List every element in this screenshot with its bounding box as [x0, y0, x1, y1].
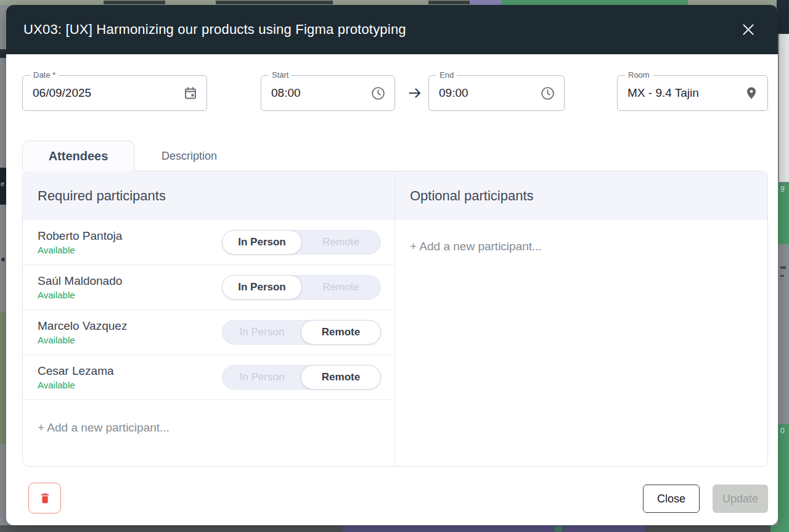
clock-icon[interactable]	[370, 86, 386, 101]
background-text-smudge	[104, 1, 165, 4]
optional-participants-header: Optional participants	[395, 171, 767, 220]
background-calendar-left-strip	[0, 5, 6, 532]
attendance-mode-toggle[interactable]: In Person Remote	[222, 275, 381, 300]
optional-participants-column: Optional participants + Add a new partic…	[395, 171, 767, 466]
background-dark-block	[777, 0, 789, 34]
background-text-smudge	[280, 1, 333, 4]
delete-event-button[interactable]	[28, 483, 61, 514]
date-field-value: 06/09/2025	[33, 86, 183, 100]
background-event-green: 0	[778, 424, 789, 525]
x-icon	[740, 22, 756, 38]
date-field-label: Date *	[30, 70, 59, 80]
attendance-mode-toggle[interactable]: In Person Remote	[222, 320, 381, 345]
participant-row: Saúl Maldonado Available In Person Remot…	[23, 265, 394, 310]
add-required-participant-input[interactable]: + Add a new participant...	[23, 400, 394, 435]
background-event-green	[0, 311, 6, 444]
required-participants-column: Required participants Roberto Pantoja Av…	[23, 171, 395, 466]
required-participants-header: Required participants	[23, 171, 394, 220]
background-event-dark: e	[0, 168, 6, 205]
room-field[interactable]: Room MX - 9.4 Tajin	[617, 75, 768, 111]
in-person-option[interactable]: In Person	[223, 321, 301, 344]
tab-attendees[interactable]: Attendees	[22, 141, 134, 171]
start-time-value: 08:00	[271, 86, 370, 100]
tab-description[interactable]: Description	[134, 141, 244, 171]
participant-row: Roberto Pantoja Available In Person Remo…	[23, 220, 394, 265]
location-pin-icon[interactable]	[744, 86, 759, 100]
background-event-purple	[470, 0, 502, 5]
attendance-mode-toggle[interactable]: In Person Remote	[222, 365, 381, 390]
dialog-header: UX03: [UX] Harmonizing our products usin…	[6, 5, 778, 54]
background-event-green	[502, 0, 688, 5]
tab-bar: Attendees Description	[22, 141, 244, 171]
add-optional-participant-input[interactable]: + Add a new participant...	[395, 220, 767, 253]
background-text-smudge	[216, 1, 280, 4]
attendance-mode-toggle[interactable]: In Person Remote	[222, 230, 381, 255]
background-text-smudge	[780, 275, 784, 277]
participant-row: Cesar Lezama Available In Person Remote	[23, 355, 394, 400]
participant-name: Roberto Pantoja	[38, 229, 122, 243]
event-dialog: UX03: [UX] Harmonizing our products usin…	[6, 5, 778, 525]
room-field-value: MX - 9.4 Tajin	[628, 86, 744, 100]
remote-option[interactable]: Remote	[301, 320, 381, 345]
screen: 9 0 e UX03: [UX] Harmonizing our product…	[0, 0, 789, 532]
end-time-label: End	[436, 70, 457, 80]
background-dot	[1, 258, 5, 261]
room-field-label: Room	[625, 70, 653, 80]
close-icon[interactable]	[737, 18, 759, 41]
background-event-green	[771, 525, 789, 532]
participant-row: Marcelo Vazquez Available In Person Remo…	[23, 310, 394, 355]
background-dark-block	[0, 49, 6, 58]
in-person-option[interactable]: In Person	[222, 230, 302, 255]
in-person-option[interactable]: In Person	[223, 366, 301, 389]
date-field[interactable]: Date * 06/09/2025	[22, 75, 207, 111]
start-end-arrow-icon	[404, 84, 426, 102]
background-event-purple	[343, 525, 645, 532]
participant-availability: Available	[38, 380, 114, 390]
background-light-block	[779, 34, 789, 182]
participant-availability: Available	[38, 245, 122, 255]
fields-row: Date * 06/09/2025 Start 08:00	[6, 75, 778, 111]
clock-icon[interactable]	[540, 86, 555, 101]
start-time-field[interactable]: Start 08:00	[261, 75, 395, 111]
trash-icon	[38, 491, 52, 505]
background-text-smudge	[428, 1, 472, 4]
end-time-value: 09:00	[439, 86, 540, 100]
update-button[interactable]: Update	[713, 485, 768, 513]
remote-option[interactable]: Remote	[301, 231, 380, 254]
attendees-panel: Required participants Roberto Pantoja Av…	[22, 171, 768, 467]
start-time-label: Start	[269, 70, 292, 80]
background-dot	[555, 526, 562, 531]
calendar-icon[interactable]	[183, 86, 198, 100]
background-text-smudge	[780, 266, 786, 269]
dialog-title: UX03: [UX] Harmonizing our products usin…	[23, 22, 737, 38]
participant-availability: Available	[38, 290, 122, 300]
participant-name: Cesar Lezama	[38, 364, 114, 378]
participant-name: Saúl Maldonado	[38, 274, 122, 288]
remote-option[interactable]: Remote	[301, 365, 381, 390]
end-time-field[interactable]: End 09:00	[428, 75, 565, 111]
background-event-green: 9	[778, 182, 789, 244]
remote-option[interactable]: Remote	[301, 276, 380, 299]
participant-availability: Available	[38, 335, 127, 345]
participant-name: Marcelo Vazquez	[38, 319, 127, 333]
in-person-option[interactable]: In Person	[222, 275, 302, 300]
close-button[interactable]: Close	[643, 485, 700, 513]
